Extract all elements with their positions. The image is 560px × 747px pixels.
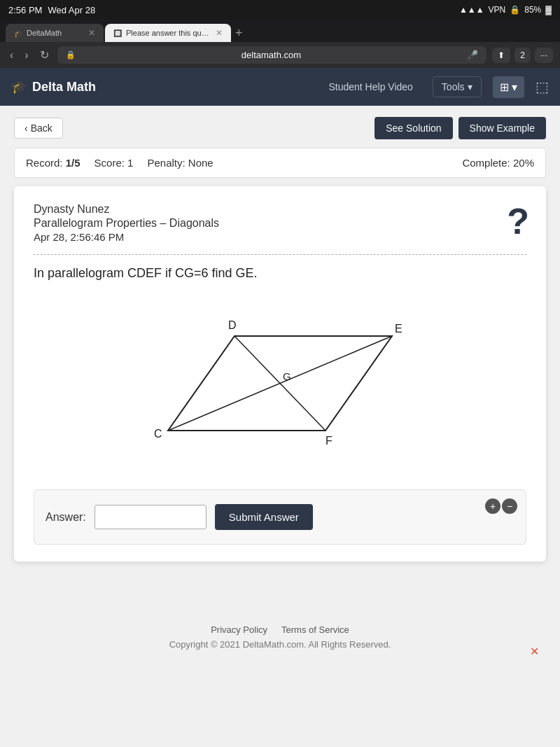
address-lock-icon: 🔒 xyxy=(66,50,76,60)
calculator-button[interactable]: ⊞ ▾ xyxy=(493,76,524,98)
penalty-label: Penalty: xyxy=(147,157,185,169)
label-g: G xyxy=(283,370,291,382)
question-meta: Dynasty Nunez Parallelogram Properties –… xyxy=(34,203,526,243)
student-name: Dynasty Nunez xyxy=(34,203,526,216)
copyright-text: Copyright © 2021 DeltaMath.com. All Righ… xyxy=(14,639,546,650)
record-field: Record: 1/5 xyxy=(26,157,80,169)
lock-status-icon: 🔒 xyxy=(510,5,520,15)
student-help-video-button[interactable]: Student Help Video xyxy=(320,77,421,97)
score-value: 1 xyxy=(127,157,133,169)
more-options-button[interactable]: ··· xyxy=(535,48,553,63)
penalty-value: None xyxy=(188,157,214,169)
answer-input[interactable] xyxy=(94,505,206,529)
tools-label: Tools xyxy=(442,81,465,92)
status-date: Wed Apr 28 xyxy=(48,5,95,15)
answer-label: Answer: xyxy=(46,511,86,524)
zoom-controls: + − xyxy=(485,498,517,514)
browser-tab-deltamath[interactable]: 🎓 DeltaMath ✕ xyxy=(6,24,104,42)
score-field: Score: 1 xyxy=(94,157,134,169)
timestamp: Apr 28, 2:56:46 PM xyxy=(34,231,526,243)
question-text: In parallelogram CDEF if CG=6 find GE. xyxy=(34,266,526,281)
complete-value: 20% xyxy=(513,157,534,169)
app-logo-text: Delta Math xyxy=(32,80,96,95)
tab-favicon-2: 🔲 xyxy=(113,29,122,37)
footer: Privacy Policy Terms of Service Copyrigh… xyxy=(14,603,546,664)
complete-label: Complete: xyxy=(462,157,510,169)
topic-name: Parallelogram Properties – Diagonals xyxy=(34,217,526,230)
zoom-in-button[interactable]: + xyxy=(485,498,500,514)
parallelogram-diagram: C D E F G xyxy=(133,298,427,473)
status-time: 2:56 PM xyxy=(8,5,42,15)
terms-of-service-link[interactable]: Terms of Service xyxy=(281,624,349,635)
back-button[interactable]: ‹ Back xyxy=(14,118,63,139)
battery-indicator: 85% xyxy=(524,5,541,15)
vpn-indicator: VPN xyxy=(489,5,506,15)
label-c: C xyxy=(154,428,162,440)
reload-button[interactable]: ↻ xyxy=(37,47,52,63)
answer-row: Answer: Submit Answer xyxy=(46,504,514,530)
tab-label-2: Please answer this ques… xyxy=(126,29,211,37)
back-label: Back xyxy=(31,123,52,134)
battery-icon: ▓ xyxy=(545,5,552,15)
complete-field: Complete: 20% xyxy=(462,157,534,169)
record-value: 1/5 xyxy=(66,157,80,169)
record-label: Record: xyxy=(26,157,63,169)
address-bar-row: ‹ › ↻ 🔒 deltamath.com 🎤 ⬆ 2 ··· xyxy=(0,42,560,68)
record-info: Record: 1/5 Score: 1 Penalty: None xyxy=(26,157,214,169)
see-solution-button[interactable]: See Solution xyxy=(374,117,452,139)
zoom-out-button[interactable]: − xyxy=(502,498,517,514)
app-logo: 🎓 Delta Math xyxy=(11,79,96,95)
action-buttons: See Solution Show Example xyxy=(374,117,546,139)
privacy-policy-link[interactable]: Privacy Policy xyxy=(211,624,267,635)
record-bar: Record: 1/5 Score: 1 Penalty: None Compl… xyxy=(14,148,546,178)
forward-nav-button[interactable]: › xyxy=(22,48,31,63)
calc-icon: ⊞ xyxy=(500,81,509,93)
help-icon[interactable]: ? xyxy=(507,203,529,239)
question-card: Dynasty Nunez Parallelogram Properties –… xyxy=(14,186,546,561)
address-text: deltamath.com xyxy=(80,50,463,60)
signal-icon: ▲▲▲ xyxy=(459,5,484,15)
main-content: ‹ Back See Solution Show Example Record:… xyxy=(0,106,560,689)
tab-bar: 🎓 DeltaMath ✕ 🔲 Please answer this ques…… xyxy=(0,20,560,42)
show-example-button[interactable]: Show Example xyxy=(458,117,546,139)
tab-close-1[interactable]: ✕ xyxy=(88,28,95,38)
app-header: 🎓 Delta Math Student Help Video Tools ▾ … xyxy=(0,68,560,106)
label-f: F xyxy=(326,435,332,447)
back-arrow-icon: ‹ xyxy=(24,123,28,134)
tab-label-1: DeltaMath xyxy=(27,29,84,37)
footer-close-button[interactable]: ✕ xyxy=(530,645,539,658)
mic-icon[interactable]: 🎤 xyxy=(467,50,478,60)
score-label: Score: xyxy=(94,157,125,169)
tabs-count-button[interactable]: 2 xyxy=(514,48,531,63)
share-button[interactable]: ⬆ xyxy=(492,48,510,63)
back-nav-button[interactable]: ‹ xyxy=(7,48,16,63)
tab-close-2[interactable]: ✕ xyxy=(216,28,223,38)
calc-dropdown-icon: ▾ xyxy=(512,81,517,93)
browser-tab-active[interactable]: 🔲 Please answer this ques… ✕ xyxy=(105,24,231,42)
top-controls: ‹ Back See Solution Show Example xyxy=(14,117,546,139)
exit-button[interactable]: ⬚ xyxy=(536,78,549,95)
browser-chrome: 🎓 DeltaMath ✕ 🔲 Please answer this ques…… xyxy=(0,20,560,68)
exit-icon: ⬚ xyxy=(536,79,549,95)
label-d: D xyxy=(228,319,237,331)
new-tab-button[interactable]: + xyxy=(235,26,243,41)
label-e: E xyxy=(395,323,402,335)
penalty-field: Penalty: None xyxy=(147,157,213,169)
answer-area: + − Answer: Submit Answer xyxy=(34,489,526,545)
tools-dropdown-icon: ▾ xyxy=(468,81,472,92)
app-logo-icon: 🎓 xyxy=(11,79,27,95)
submit-answer-button[interactable]: Submit Answer xyxy=(215,504,313,530)
status-bar: 2:56 PM Wed Apr 28 ▲▲▲ VPN 🔒 85% ▓ xyxy=(0,0,560,20)
divider xyxy=(34,254,526,255)
address-bar[interactable]: 🔒 deltamath.com 🎤 xyxy=(57,46,487,64)
diagram-container: C D E F G xyxy=(34,298,526,473)
footer-links: Privacy Policy Terms of Service xyxy=(14,624,546,635)
tools-menu-button[interactable]: Tools ▾ xyxy=(433,76,482,97)
diagonal-df xyxy=(234,336,326,431)
browser-actions: ⬆ 2 ··· xyxy=(492,48,553,63)
tab-favicon-1: 🎓 xyxy=(14,29,22,37)
